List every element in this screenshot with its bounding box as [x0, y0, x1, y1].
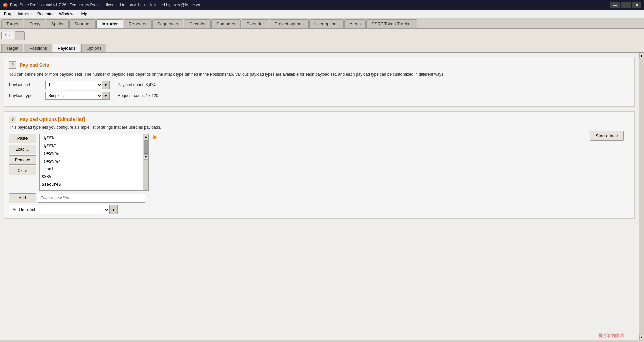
payload-options-title: Payload Options [Simple list]	[20, 117, 85, 122]
payload-count-value: 3,424	[146, 82, 156, 87]
menu-intruder[interactable]: Intruder	[15, 11, 34, 17]
list-item[interactable]: !@#$%^&	[40, 150, 143, 157]
payload-options-description: This payload type lets you configure a s…	[9, 124, 630, 130]
payload-type-label: Payload type:	[9, 93, 43, 98]
payload-options-help-icon[interactable]: ?	[9, 116, 16, 123]
sub-tab-close[interactable]: ×	[9, 34, 11, 38]
add-item-row: Add	[9, 193, 630, 203]
payload-sets-help-icon[interactable]: ?	[9, 61, 16, 69]
payload-sets-description: You can define one or more payload sets.…	[9, 71, 630, 77]
tab-proxy[interactable]: Proxy	[24, 19, 45, 28]
menu-window[interactable]: Window	[56, 11, 76, 17]
app-icon: B	[3, 2, 8, 8]
tab-inner-target[interactable]: Target	[1, 44, 23, 52]
window: B Burp Suite Professional v1.7.26 - Temp…	[0, 0, 644, 342]
payload-options-section: ? Payload Options [Simple list] This pay…	[4, 111, 635, 219]
clear-button[interactable]: Clear	[9, 166, 36, 175]
list-item[interactable]: !@#$%^&*	[40, 158, 143, 165]
scrollbar-down-button[interactable]: ▼	[144, 154, 148, 160]
payload-sets-section: ? Payload Sets Start attack You can defi…	[4, 57, 635, 107]
content-main: ? Payload Sets Start attack You can defi…	[0, 53, 639, 340]
payload-set-select[interactable]: 1	[45, 81, 102, 89]
payload-type-row: Payload type: Simple list ▼ Request coun…	[9, 92, 630, 100]
payload-sets-header: ? Payload Sets	[9, 61, 630, 69]
scrollbar-up-button[interactable]: ▲	[144, 134, 148, 139]
payload-set-label: Payload set:	[9, 82, 43, 87]
minimize-button[interactable]: —	[610, 2, 620, 8]
tab-spider[interactable]: Spider	[46, 19, 69, 28]
title-bar-left: B Burp Suite Professional v1.7.26 - Temp…	[3, 2, 200, 8]
main-scrollbar-down[interactable]: ▼	[639, 335, 644, 340]
sub-tab-dots[interactable]: ...	[15, 31, 25, 40]
tab-project-options[interactable]: Project options	[270, 19, 309, 28]
title-bar-text: Burp Suite Professional v1.7.26 - Tempor…	[10, 3, 200, 7]
listbox-wrapper: !@#$% !@#$%^ !@#$%^& !@#$%^&* !root $SRV…	[39, 134, 149, 191]
maximize-button[interactable]: ☐	[621, 2, 631, 8]
add-from-list-arrow[interactable]: ▼	[110, 205, 118, 214]
tab-inner-payloads[interactable]: Payloads	[53, 44, 80, 52]
watermark-text: 瀰漫笨的眼睛	[598, 333, 624, 339]
menu-bar: Burp Intruder Repeater Window Help	[0, 10, 644, 18]
menu-burp[interactable]: Burp	[1, 11, 15, 17]
tab-inner-positions[interactable]: Positions	[24, 44, 52, 52]
list-item[interactable]: !@#$%	[40, 134, 143, 142]
listbox-scrollbar: ▲ ▼	[143, 134, 149, 191]
main-tab-bar: Target Proxy Spider Scanner Intruder Rep…	[0, 18, 644, 29]
scrollbar-thumb[interactable]	[144, 140, 148, 154]
tab-intruder[interactable]: Intruder	[96, 19, 123, 28]
tab-decoder[interactable]: Decoder	[184, 19, 211, 28]
list-item[interactable]: $SRV	[40, 173, 143, 181]
payload-set-select-wrapper: 1 ▼	[45, 81, 110, 89]
payload-type-select[interactable]: Simple list	[45, 92, 102, 100]
title-bar: B Burp Suite Professional v1.7.26 - Temp…	[0, 0, 644, 10]
tab-user-options[interactable]: User options	[309, 19, 344, 28]
tab-inner-options[interactable]: Options	[81, 44, 106, 52]
sub-tab-bar: 1 × ...	[0, 29, 644, 41]
request-count-label: Request count: 17,120	[118, 93, 158, 98]
sub-tab-1[interactable]: 1 ×	[1, 32, 14, 39]
paste-button[interactable]: Paste	[9, 134, 36, 143]
tab-comparer[interactable]: Comparer	[211, 19, 241, 28]
close-button[interactable]: ✕	[632, 2, 641, 8]
add-from-list-select[interactable]: Add from list ...	[9, 205, 110, 214]
payload-count-label: Payload count: 3,424	[118, 82, 156, 87]
list-item[interactable]: $secure$	[40, 181, 143, 188]
list-item[interactable]: !@#$%^	[40, 142, 143, 150]
payload-options-header: ? Payload Options [Simple list]	[9, 116, 630, 123]
payload-sets-title: Payload Sets	[20, 62, 49, 68]
sub-tab-number: 1	[5, 33, 7, 38]
right-scrollbar: ▲ ▼	[639, 53, 644, 340]
tab-sequencer[interactable]: Sequencer	[152, 19, 183, 28]
payload-type-select-wrapper: Simple list ▼	[45, 92, 110, 100]
payload-set-row: Payload set: 1 ▼ Payload count: 3,424	[9, 81, 630, 89]
request-count-value: 17,120	[146, 93, 158, 98]
add-item-input[interactable]	[38, 194, 145, 203]
expand-arrow-icon[interactable]: ▶	[153, 134, 157, 191]
list-buttons: Paste Load ... Remove Clear	[9, 134, 36, 191]
svg-text:B: B	[4, 4, 7, 7]
menu-repeater[interactable]: Repeater	[35, 11, 56, 17]
menu-help[interactable]: Help	[76, 11, 90, 17]
content-area: ? Payload Sets Start attack You can defi…	[0, 53, 644, 340]
title-bar-controls: — ☐ ✕	[610, 2, 641, 8]
tab-scanner[interactable]: Scanner	[69, 19, 96, 28]
add-from-list-row: Add from list ... ▼	[9, 205, 630, 214]
add-button[interactable]: Add	[9, 193, 36, 203]
start-attack-button[interactable]: Start attack	[590, 131, 624, 141]
load-button[interactable]: Load ...	[9, 145, 36, 154]
payload-listbox[interactable]: !@#$% !@#$%^ !@#$%^& !@#$%^&* !root $SRV…	[39, 134, 143, 191]
list-area: Paste Load ... Remove Clear !@#$% !@#$%^…	[9, 134, 630, 191]
tab-csrf[interactable]: CSRF Token Tracker	[366, 19, 417, 28]
payload-type-arrow[interactable]: ▼	[102, 92, 110, 100]
remove-button[interactable]: Remove	[9, 155, 36, 165]
list-item[interactable]: !root	[40, 165, 143, 173]
tab-alerts[interactable]: Alerts	[344, 19, 366, 28]
tab-target[interactable]: Target	[1, 19, 23, 28]
tab-repeater[interactable]: Repeater	[124, 19, 152, 28]
inner-tab-bar: Target Positions Payloads Options	[0, 41, 644, 53]
tab-extender[interactable]: Extender	[241, 19, 269, 28]
main-scrollbar-up[interactable]: ▲	[639, 53, 644, 58]
payload-set-arrow[interactable]: ▼	[102, 81, 110, 89]
